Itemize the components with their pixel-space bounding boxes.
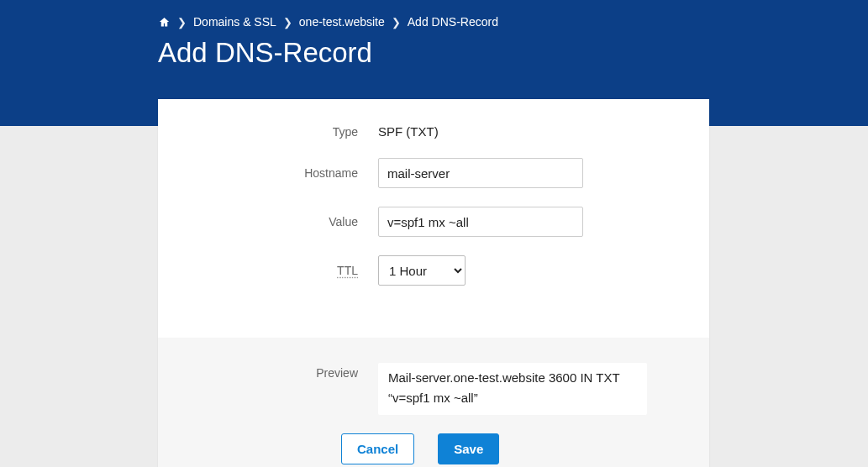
type-value: SPF (TXT) — [378, 124, 439, 139]
row-hostname: Hostname — [183, 158, 684, 188]
preview-line-2: “v=spf1 mx ~all” — [388, 388, 637, 408]
chevron-right-icon: ❯ — [177, 16, 187, 29]
label-ttl: TTL — [183, 264, 378, 277]
preview-section: Preview Mail-server.one-test.website 360… — [158, 338, 709, 467]
ttl-select[interactable]: 1 Hour — [378, 255, 466, 286]
value-input[interactable] — [378, 207, 583, 237]
breadcrumb: ❯ Domains & SSL ❯ one-test.website ❯ Add… — [158, 15, 868, 29]
breadcrumb-current: Add DNS-Record — [408, 15, 498, 29]
home-icon[interactable] — [158, 16, 171, 29]
label-preview: Preview — [183, 363, 378, 380]
chevron-right-icon: ❯ — [283, 16, 292, 29]
label-type: Type — [183, 125, 378, 139]
label-hostname: Hostname — [183, 166, 378, 180]
row-value: Value — [183, 207, 684, 237]
preview-line-1: Mail-server.one-test.website 3600 IN TXT — [388, 368, 637, 388]
chevron-right-icon: ❯ — [392, 16, 401, 29]
row-type: Type SPF (TXT) — [183, 124, 684, 139]
save-button[interactable]: Save — [438, 433, 499, 464]
cancel-button[interactable]: Cancel — [341, 433, 414, 464]
breadcrumb-domain-name[interactable]: one-test.website — [299, 15, 385, 29]
form-card: Type SPF (TXT) Hostname Value TTL 1 Hour — [158, 99, 709, 467]
hostname-input[interactable] — [378, 158, 583, 188]
preview-box: Mail-server.one-test.website 3600 IN TXT… — [378, 363, 647, 415]
breadcrumb-domains-ssl[interactable]: Domains & SSL — [193, 15, 276, 29]
label-value: Value — [183, 215, 378, 228]
row-ttl: TTL 1 Hour — [183, 255, 684, 286]
page-title: Add DNS-Record — [158, 37, 868, 69]
